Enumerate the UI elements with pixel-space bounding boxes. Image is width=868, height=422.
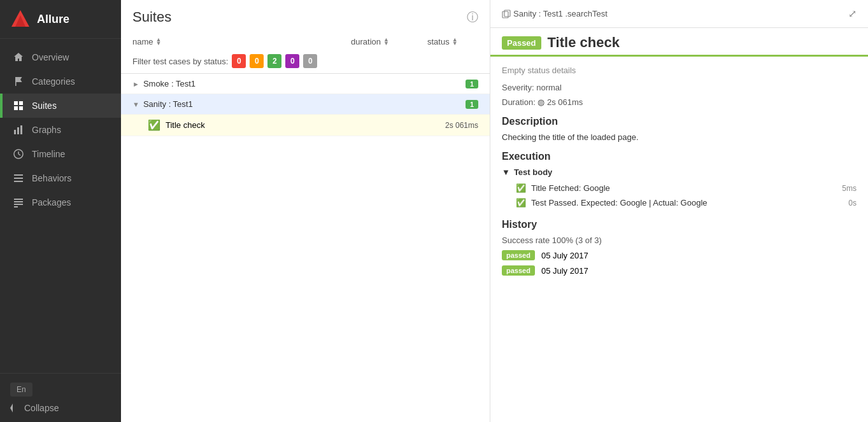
filter-label: Filter test cases by status: <box>132 57 228 66</box>
test-duration-title-check: 2s 061ms <box>445 121 478 130</box>
test-body-label: Test body <box>514 167 552 177</box>
test-label-title-check: Title check <box>166 120 205 130</box>
behaviors-icon <box>13 172 24 184</box>
step-label-1: Test Passed. Expected: Google | Actual: … <box>531 198 708 207</box>
detail-body: Empty status details Severity: normal Du… <box>490 57 868 422</box>
sidebar-item-suites[interactable]: Suites <box>0 94 121 118</box>
history-section: History Success rate 100% (3 of 3) passe… <box>502 219 857 276</box>
suite-label-smoke: Smoke : Test1 <box>143 79 196 88</box>
sidebar-footer: En Collapse <box>0 373 121 422</box>
col-status-header[interactable]: status ▲▼ <box>427 37 478 46</box>
history-date-1: 05 July 2017 <box>541 266 588 276</box>
svg-rect-15 <box>14 199 23 200</box>
sidebar-label-timeline: Timeline <box>32 149 65 159</box>
step-time-1: 0s <box>848 199 857 207</box>
description-text: Checking the title of the loaded page. <box>502 132 857 142</box>
svg-rect-2 <box>14 101 18 105</box>
expand-icon[interactable]: ⤢ <box>848 8 857 20</box>
svg-line-11 <box>18 154 20 155</box>
copy-icon <box>502 10 511 18</box>
svg-rect-4 <box>14 106 18 110</box>
execution-section-title: Execution <box>502 151 857 162</box>
suite-row-smoke[interactable]: ► Smoke : Test1 1 <box>121 74 490 94</box>
svg-rect-16 <box>14 201 23 202</box>
history-date-0: 05 July 2017 <box>541 251 588 260</box>
bar-chart-icon <box>13 124 24 136</box>
clock-icon <box>13 148 24 160</box>
collapse-icon <box>10 404 19 412</box>
status-details-empty: Empty status details <box>502 66 857 75</box>
step-pass-icon-0: ✅ <box>516 183 526 193</box>
svg-rect-8 <box>20 125 22 134</box>
svg-rect-17 <box>14 204 23 205</box>
sidebar-label-graphs: Graphs <box>32 125 61 135</box>
duration-label: Duration: <box>502 97 536 107</box>
sidebar-label-categories: Categories <box>32 76 75 87</box>
detail-title-row: Passed Title check <box>490 28 868 57</box>
sidebar-label-behaviors: Behaviors <box>32 173 71 183</box>
severity-field: Severity: normal <box>502 83 857 92</box>
sidebar-label-overview: Overview <box>32 52 69 62</box>
sidebar-item-packages[interactable]: Packages <box>0 190 121 215</box>
sidebar-item-categories[interactable]: Categories <box>0 69 121 94</box>
execution-step-0: ✅ Title Fetched: Google 5ms <box>502 181 857 195</box>
language-button[interactable]: En <box>10 383 32 397</box>
col-status-label: status <box>427 37 450 46</box>
packages-icon <box>13 197 24 208</box>
home-icon <box>13 52 24 63</box>
suites-header: Suites ⓘ name ▲▼ duration ▲▼ status ▲▼ F… <box>121 0 490 74</box>
sidebar-logo-text: Allure <box>37 13 69 26</box>
duration-sort-arrows: ▲▼ <box>383 38 389 45</box>
suite-name-smoke: ► Smoke : Test1 <box>132 79 351 88</box>
suite-count-smoke: 1 <box>466 80 478 88</box>
breadcrumb-text: Sanity : Test1 .searchTest <box>513 9 608 18</box>
step-left-0: ✅ Title Fetched: Google <box>516 183 610 193</box>
history-passed-badge-1: passed <box>502 265 535 276</box>
sidebar-item-overview[interactable]: Overview <box>0 45 121 69</box>
history-success-rate: Success rate 100% (3 of 3) <box>502 236 857 245</box>
chevron-down-icon: ▼ <box>132 101 139 108</box>
breadcrumb: Sanity : Test1 .searchTest <box>502 9 608 18</box>
test-row-title-check[interactable]: ✅ Title check 2s 061ms <box>121 115 490 136</box>
sidebar-item-graphs[interactable]: Graphs <box>0 118 121 142</box>
filter-row: Filter test cases by status: 0 0 2 0 0 <box>132 50 478 73</box>
sidebar: Allure Overview Categories Suites Graphs <box>0 0 121 422</box>
collapse-button[interactable]: Collapse <box>10 403 111 413</box>
history-entry-0: passed 05 July 2017 <box>502 250 857 260</box>
history-entry-1: passed 05 July 2017 <box>502 265 857 276</box>
sidebar-item-behaviors[interactable]: Behaviors <box>0 166 121 190</box>
sidebar-navigation: Overview Categories Suites Graphs Timeli… <box>0 39 121 373</box>
duration-field: Duration: ◍ 2s 061ms <box>502 97 857 107</box>
suite-row-sanity[interactable]: ▼ Sanity : Test1 1 <box>121 94 490 115</box>
detail-panel: Sanity : Test1 .searchTest ⤢ Passed Titl… <box>490 0 868 422</box>
step-left-1: ✅ Test Passed. Expected: Google | Actual… <box>516 198 708 207</box>
filter-badge-purple[interactable]: 0 <box>285 54 299 68</box>
col-name-header[interactable]: name ▲▼ <box>132 37 351 46</box>
info-icon[interactable]: ⓘ <box>467 10 478 25</box>
grid-icon <box>13 100 24 111</box>
pass-check-icon: ✅ <box>148 119 160 131</box>
svg-rect-6 <box>14 130 16 134</box>
svg-rect-12 <box>14 174 23 176</box>
col-duration-header[interactable]: duration ▲▼ <box>351 37 427 46</box>
chevron-right-icon: ► <box>132 80 139 88</box>
execution-section: ▼ Test body ✅ Title Fetched: Google 5ms … <box>502 167 857 210</box>
suite-label-sanity: Sanity : Test1 <box>143 99 193 109</box>
passed-status-badge: Passed <box>502 36 541 50</box>
filter-badge-red[interactable]: 0 <box>232 54 246 68</box>
filter-badge-green[interactable]: 2 <box>267 54 281 68</box>
description-section-title: Description <box>502 116 857 127</box>
detail-breadcrumb-row: Sanity : Test1 .searchTest ⤢ <box>490 0 868 28</box>
sidebar-item-timeline[interactable]: Timeline <box>0 142 121 166</box>
col-duration-label: duration <box>351 37 381 46</box>
table-header: name ▲▼ duration ▲▼ status ▲▼ <box>132 33 478 50</box>
test-body-header[interactable]: ▼ Test body <box>502 167 857 177</box>
svg-rect-14 <box>14 181 23 182</box>
svg-rect-13 <box>14 178 23 179</box>
svg-rect-18 <box>14 206 18 207</box>
sidebar-logo: Allure <box>0 0 121 39</box>
filter-badge-gray[interactable]: 0 <box>303 54 317 68</box>
test-name-title-check: ✅ Title check <box>148 119 445 131</box>
filter-badge-orange[interactable]: 0 <box>250 54 264 68</box>
flag-icon <box>13 76 24 87</box>
